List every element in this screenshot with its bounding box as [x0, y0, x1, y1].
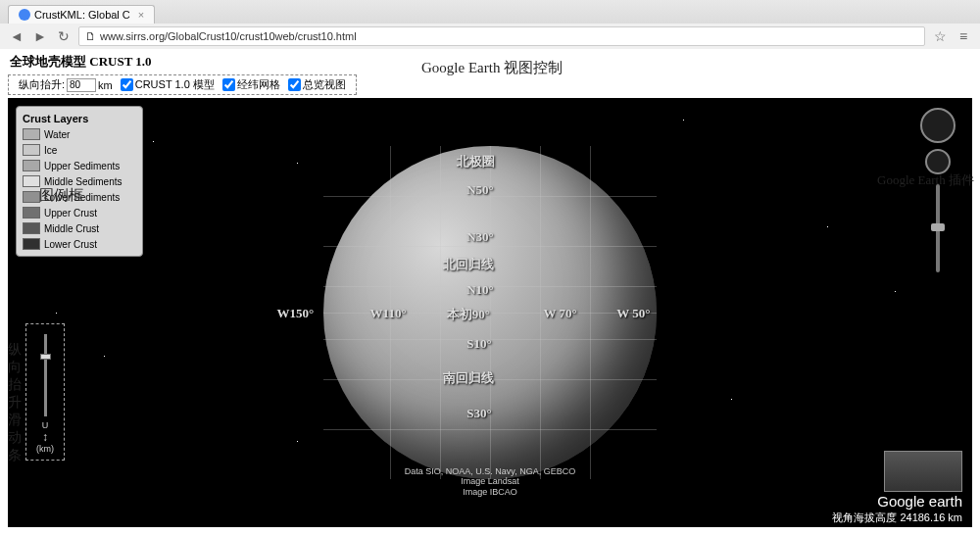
google-earth-logo: Google earth	[877, 493, 962, 510]
label-tropic-s: 南回归线	[443, 369, 494, 387]
tab-title: CrustKML: Global C	[34, 9, 130, 21]
tab-bar: CrustKML: Global C ×	[0, 0, 980, 24]
slider-thumb[interactable]	[40, 354, 51, 360]
uplift-slider[interactable]: U ↕ (km)	[25, 323, 65, 461]
reload-button[interactable]: ↻	[55, 27, 73, 45]
label-w150: W150°	[276, 306, 314, 321]
legend-item: Ice	[21, 142, 138, 158]
label-w70: W 70°	[543, 306, 576, 321]
legend-item: Upper Crust	[21, 205, 138, 220]
annotation-slider: 纵向抬升滑动条	[8, 341, 23, 464]
annotation-legend: 图例框	[39, 186, 83, 205]
look-control[interactable]	[920, 108, 956, 143]
slider-mark-u: U	[42, 420, 49, 430]
page-icon: 🗋	[85, 30, 96, 42]
uplift-label: 纵向抬升:	[19, 77, 65, 92]
swatch	[23, 144, 40, 156]
swatch	[23, 175, 40, 187]
slider-mark-km: (km)	[36, 444, 54, 454]
swatch	[23, 207, 40, 219]
label-s30: S30°	[466, 406, 491, 421]
overview-thumbnail[interactable]	[884, 451, 962, 492]
forward-button[interactable]: ►	[31, 27, 49, 45]
page-content: 全球地壳模型 CRUST 1.0 纵向抬升: km CRUST 1.0 模型 经…	[0, 49, 980, 535]
label-w110: W110°	[370, 306, 407, 321]
view-controls: 纵向抬升: km CRUST 1.0 模型 经纬网格 总览视图	[8, 74, 357, 95]
earth-plugin-view[interactable]: 北极圈 N50° N30° 北回归线 N10° S10° 南回归线 S30° W…	[8, 98, 972, 527]
url-input[interactable]: 🗋 www.sirrs.org/GlobalCrust10/crust10web…	[78, 26, 925, 46]
menu-icon[interactable]: ≡	[955, 27, 972, 45]
swatch	[23, 191, 40, 203]
legend-item: Water	[21, 126, 138, 142]
overview-checkbox[interactable]: 总览视图	[288, 77, 346, 92]
uplift-input[interactable]	[67, 78, 96, 92]
globe-icon	[19, 9, 30, 21]
browser-tab[interactable]: CrustKML: Global C ×	[8, 5, 155, 24]
swatch	[23, 128, 40, 140]
bookmark-icon[interactable]: ☆	[931, 27, 949, 45]
swatch	[23, 238, 40, 250]
attribution: Data SIO, NOAA, U.S. Navy, NGA, GEBCO Im…	[405, 466, 575, 498]
grid-checkbox[interactable]: 经纬网格	[222, 77, 280, 92]
label-s10: S10°	[466, 336, 491, 352]
address-bar: ◄ ► ↻ 🗋 www.sirrs.org/GlobalCrust10/crus…	[0, 24, 980, 49]
annotation-controls: Google Earth 视图控制	[421, 59, 563, 77]
swatch	[23, 222, 40, 234]
zoom-thumb[interactable]	[931, 223, 945, 231]
label-w50: W 50°	[616, 306, 650, 321]
label-arctic: 北极圈	[457, 153, 495, 170]
label-n10: N10°	[466, 282, 494, 298]
legend-title: Crust Layers	[21, 111, 138, 126]
legend-item: Upper Sediments	[21, 158, 138, 173]
zoom-slider[interactable]	[936, 184, 940, 272]
back-button[interactable]: ◄	[8, 27, 25, 45]
earth-nav-controls	[918, 108, 957, 272]
legend-item: Middle Crust	[21, 220, 138, 236]
model-checkbox[interactable]: CRUST 1.0 模型	[121, 77, 215, 92]
label-prime: 本初90°	[447, 306, 490, 323]
swatch	[23, 160, 40, 171]
close-icon[interactable]: ×	[138, 9, 144, 21]
annotation-plugin: Google Earth 插件	[877, 171, 975, 189]
label-tropic-n: 北回归线	[443, 256, 494, 273]
globe[interactable]: 北极圈 N50° N30° 北回归线 N10° S10° 南回归线 S30° W…	[323, 146, 657, 479]
uplift-unit: km	[98, 79, 113, 91]
label-n30: N30°	[466, 229, 494, 245]
slider-track[interactable]	[44, 334, 47, 416]
browser-chrome: CrustKML: Global C × ◄ ► ↻ 🗋 www.sirrs.o…	[0, 0, 980, 49]
label-n50: N50°	[466, 182, 494, 198]
legend-item: Lower Crust	[21, 236, 138, 252]
altitude-status: 视角海拔高度 24186.16 km	[832, 511, 962, 525]
legend-box: Crust Layers Water Ice Upper Sediments M…	[16, 106, 143, 257]
